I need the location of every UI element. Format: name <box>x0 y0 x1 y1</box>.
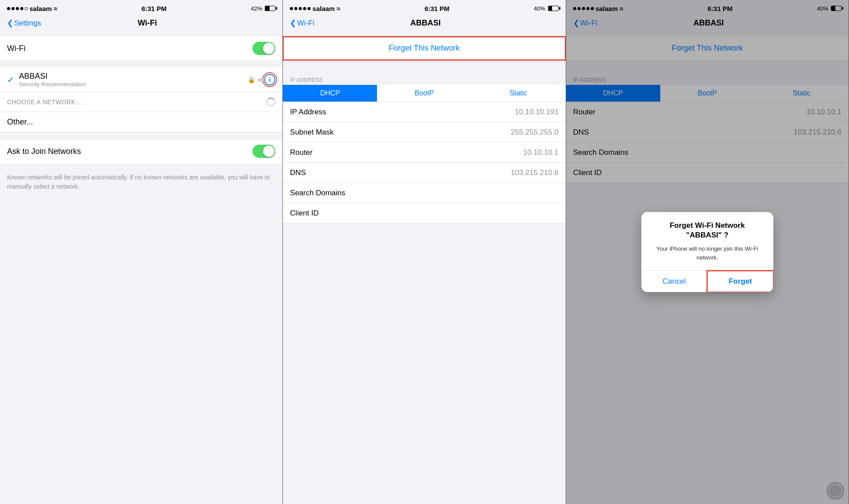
dialog-title: Forget Wi-Fi Network"ABBASI" ? <box>648 221 766 240</box>
dialog-buttons: Cancel Forget <box>641 270 773 292</box>
wifi-label: Wi-Fi <box>7 44 253 53</box>
wifi-toggle-item[interactable]: Wi-Fi <box>0 37 282 60</box>
battery-fill-1 <box>265 6 269 11</box>
back-label-1: Settings <box>14 19 41 28</box>
dot5 <box>25 7 28 10</box>
dhcp-segment[interactable]: DHCP <box>283 85 377 102</box>
back-label-2: Wi-Fi <box>297 19 315 28</box>
dot5-2 <box>307 7 311 10</box>
dot1-2 <box>290 7 293 10</box>
forget-dialog: Forget Wi-Fi Network"ABBASI" ? Your iPho… <box>641 212 773 292</box>
time-1: 6:31 PM <box>142 5 167 12</box>
loading-spinner <box>267 98 275 106</box>
status-bar-1: salaam ≈ 6:31 PM 42% <box>0 0 282 16</box>
wifi-icon-1: ≈ <box>54 5 57 12</box>
cancel-button[interactable]: Cancel <box>641 271 708 292</box>
ask-join-item[interactable]: Ask to Join Networks <box>0 139 282 163</box>
back-chevron-1: ❮ <box>7 18 13 28</box>
nav-bar-1: ❮ Settings Wi-Fi <box>0 16 282 31</box>
subnet-mask-row: Subnet Mask 255.255.255.0 <box>283 122 565 142</box>
gray-gap-2 <box>283 31 565 37</box>
battery-pct-2: 40% <box>534 5 545 12</box>
ask-join-label: Ask to Join Networks <box>7 147 253 156</box>
carrier-1: salaam <box>29 5 52 12</box>
gray-gap-3 <box>283 67 565 73</box>
ip-segment-control: DHCP BootP Static <box>283 85 565 102</box>
abbasi-network-item[interactable]: ✓ ABBASI Security Recommendation 🔒 ≈ i <box>0 67 282 92</box>
status-left-2: salaam ≈ <box>290 5 340 12</box>
time-2: 6:31 PM <box>424 5 450 12</box>
back-chevron-2: ❮ <box>290 18 296 28</box>
subnet-mask-value: 255.255.255.0 <box>511 128 559 137</box>
dot4-2 <box>303 7 306 10</box>
forget-button[interactable]: Forget <box>707 271 773 292</box>
signal-dots-1 <box>7 7 28 10</box>
choose-network-label: CHOOSE A NETWORK... <box>7 99 267 106</box>
other-network-item[interactable]: Other... <box>0 112 282 132</box>
status-right-1: 42% <box>251 5 275 12</box>
page-title-1: Wi-Fi <box>41 18 253 28</box>
nav-bar-2: ❮ Wi-Fi ABBASI <box>283 16 565 31</box>
dot2-2 <box>294 7 297 10</box>
abbasi-label-group: ABBASI Security Recommendation <box>19 72 248 88</box>
connected-network-group: ✓ ABBASI Security Recommendation 🔒 ≈ i C… <box>0 67 282 132</box>
dot3-2 <box>299 7 302 10</box>
panel-wifi-settings: salaam ≈ 6:31 PM 42% ❮ Settings Wi-Fi Wi… <box>0 0 283 504</box>
search-domains-row: Search Domains <box>283 183 565 203</box>
forget-dialog-overlay: Forget Wi-Fi Network"ABBASI" ? Your iPho… <box>566 0 849 504</box>
checkmark-icon: ✓ <box>7 74 15 85</box>
page-title-2: ABBASI <box>315 18 537 28</box>
dns-label: DNS <box>290 168 511 177</box>
abbasi-icons: 🔒 ≈ i <box>248 74 275 85</box>
forget-network-label: Forget This Network <box>389 44 460 53</box>
choose-network-item: CHOOSE A NETWORK... <box>0 92 282 112</box>
info-button[interactable]: i <box>264 74 275 85</box>
battery-icon-1 <box>265 6 275 11</box>
status-left-1: salaam ≈ <box>7 5 57 12</box>
dot1 <box>7 7 10 10</box>
panel-abbasi-settings: salaam ≈ 6:31 PM 40% ❮ Wi-Fi ABBASI Forg… <box>283 0 566 504</box>
abbasi-name: ABBASI <box>19 72 248 81</box>
ip-address-label: IP Address <box>290 108 515 117</box>
ip-address-value: 10.10.10.191 <box>515 108 558 117</box>
other-label: Other... <box>7 117 33 126</box>
signal-dots-2 <box>290 7 311 10</box>
wifi-toggle[interactable] <box>253 42 275 55</box>
static-segment[interactable]: Static <box>472 85 566 102</box>
dialog-content: Forget Wi-Fi Network"ABBASI" ? Your iPho… <box>641 212 773 270</box>
ip-rows-group: IP Address 10.10.10.191 Subnet Mask 255.… <box>283 102 565 223</box>
carrier-2: salaam <box>312 5 335 12</box>
security-rec: Security Recommendation <box>19 81 248 88</box>
client-id-label: Client ID <box>290 209 558 218</box>
bootp-segment[interactable]: BootP <box>377 85 471 102</box>
ask-join-group: Ask to Join Networks <box>0 139 282 163</box>
forget-network-button[interactable]: Forget This Network <box>283 37 565 60</box>
battery-fill-2 <box>549 6 553 11</box>
lock-icon: 🔒 <box>248 76 255 83</box>
dns-value: 103.215.210.6 <box>511 168 559 177</box>
ask-join-thumb <box>263 146 274 157</box>
status-bar-2: salaam ≈ 6:31 PM 40% <box>283 0 565 16</box>
search-domains-label: Search Domains <box>290 189 558 197</box>
back-button-2[interactable]: ❮ Wi-Fi <box>290 18 315 28</box>
client-id-row: Client ID <box>283 203 565 223</box>
panel-abbasi-dialog: salaam ≈ 6:31 PM 40% ❮ Wi-Fi ABBASI Forg… <box>566 0 849 504</box>
dot3 <box>16 7 19 10</box>
ask-join-description: Known networks will be joined automatica… <box>0 170 282 191</box>
status-right-2: 40% <box>534 5 559 12</box>
dot2 <box>11 7 15 10</box>
ask-join-toggle[interactable] <box>253 145 275 158</box>
battery-pct-1: 42% <box>251 5 262 12</box>
ip-address-row: IP Address 10.10.10.191 <box>283 102 565 122</box>
subnet-mask-label: Subnet Mask <box>290 128 511 137</box>
back-button-1[interactable]: ❮ Settings <box>7 18 41 28</box>
dns-row: DNS 103.215.210.6 <box>283 163 565 183</box>
router-value: 10.10.10.1 <box>523 148 558 157</box>
gray-gap-1 <box>0 31 282 37</box>
wifi-icon-2: ≈ <box>337 5 340 12</box>
router-label: Router <box>290 148 523 157</box>
info-icon: i <box>269 76 271 83</box>
wifi-toggle-thumb <box>263 43 274 54</box>
battery-icon-2 <box>548 6 559 11</box>
ip-address-header-2: IP ADDRESS <box>283 73 565 85</box>
